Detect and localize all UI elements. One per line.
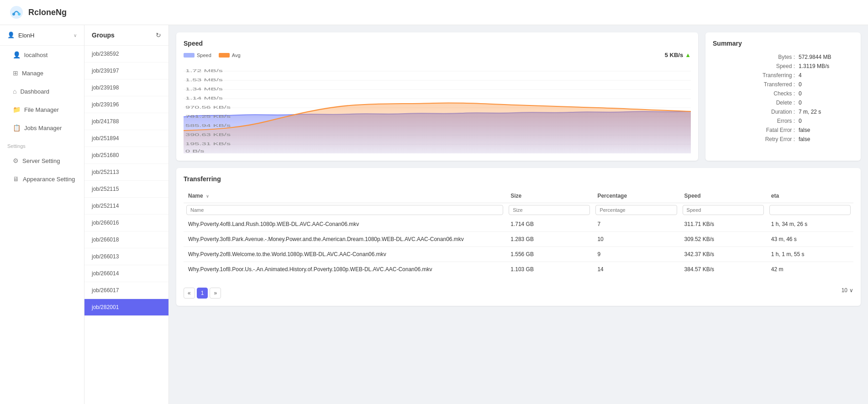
svg-text:970.56 KB/s: 970.56 KB/s — [185, 105, 231, 110]
filter-size-input[interactable] — [509, 205, 590, 215]
group-item[interactable]: job/238592 — [84, 46, 168, 63]
svg-text:390.63 KB/s: 390.63 KB/s — [185, 132, 231, 137]
sidebar-item-localhost[interactable]: 👤 localhost — [0, 46, 84, 64]
avg-area — [184, 103, 691, 153]
group-item[interactable]: job/266016 — [84, 215, 168, 231]
folder-icon: 📁 — [13, 106, 21, 113]
sidebar-item-server-setting[interactable]: ⚙ Server Setting — [0, 152, 84, 170]
cell-name: Why.Poverty.3of8.Park.Avenue.-.Money.Pow… — [184, 232, 506, 247]
summary-value: false — [799, 127, 853, 133]
chart-legend: Speed Avg 5 KB/s ▲ — [184, 52, 691, 58]
settings-section-label: Settings — [0, 137, 84, 152]
prev-page-button[interactable]: « — [184, 288, 195, 299]
filter-eta-cell — [767, 203, 853, 217]
svg-point-2 — [18, 13, 21, 16]
group-item[interactable]: job/251680 — [84, 147, 168, 164]
svg-text:585.94 KB/s: 585.94 KB/s — [185, 123, 231, 128]
group-item[interactable]: job/266018 — [84, 231, 168, 248]
svg-text:781.25 KB/s: 781.25 KB/s — [185, 114, 231, 119]
sidebar-item-label: Jobs Manager — [24, 125, 62, 131]
table-row: Why.Poverty.4of8.Land.Rush.1080p.WEB-DL.… — [184, 217, 853, 232]
summary-label: Transferring : — [763, 72, 795, 79]
group-item[interactable]: job/251894 — [84, 130, 168, 147]
summary-row: Delete :0 — [713, 98, 853, 107]
table-row: Why.Poverty.1of8.Poor.Us.-.An.Animated.H… — [184, 262, 853, 277]
group-item[interactable]: job/239197 — [84, 63, 168, 79]
summary-value: 4 — [799, 72, 853, 79]
summary-row: Transferred :0 — [713, 80, 853, 89]
table-row: Why.Poverty.3of8.Park.Avenue.-.Money.Pow… — [184, 232, 853, 247]
group-item[interactable]: job/252115 — [84, 181, 168, 198]
legend-speed-label: Speed — [197, 52, 211, 58]
summary-row: Errors :0 — [713, 116, 853, 126]
refresh-button[interactable]: ↻ — [156, 31, 161, 39]
summary-value: 0 — [799, 100, 853, 106]
user-icon: 👤 — [7, 31, 15, 39]
col-size-header: Size — [506, 189, 593, 203]
summary-label: Duration : — [771, 109, 795, 115]
sort-icon: ∨ — [206, 194, 209, 199]
filter-speed-cell — [680, 203, 767, 217]
summary-label: Speed : — [776, 63, 795, 69]
group-item[interactable]: job/266013 — [84, 248, 168, 265]
speed-chart-card: Speed Speed Avg 5 KB/s ▲ — [176, 32, 698, 161]
page-1-button[interactable]: 1 — [197, 288, 208, 299]
groups-title: Groups — [92, 31, 115, 39]
table-row: Why.Poverty.2of8.Welcome.to.the.World.10… — [184, 247, 853, 262]
summary-value: 1.3119 MB/s — [799, 63, 853, 69]
filter-speed-input[interactable] — [683, 205, 764, 215]
col-name-header[interactable]: Name ∨ — [184, 189, 506, 203]
filter-eta-input[interactable] — [769, 205, 851, 215]
cell-size: 1.283 GB — [506, 232, 593, 247]
summary-value: 572.9844 MB — [799, 54, 853, 60]
summary-card: Summary Bytes :572.9844 MBSpeed :1.3119 … — [705, 32, 861, 161]
cell-speed: 311.71 KB/s — [680, 217, 767, 232]
group-item[interactable]: job/282001 — [84, 299, 168, 316]
sidebar: 👤 ElonH ∨ 👤 localhost ⊞ Manage ⌂ Dashboa… — [0, 25, 84, 404]
page-size-selector[interactable]: 10 ∨ — [842, 287, 853, 294]
filter-name-input[interactable] — [186, 205, 503, 215]
group-item[interactable]: job/266014 — [84, 265, 168, 282]
summary-label: Bytes : — [778, 54, 795, 60]
sidebar-user[interactable]: 👤 ElonH ∨ — [0, 25, 84, 46]
svg-text:1.14 MB/s: 1.14 MB/s — [185, 96, 223, 100]
cell-percentage: 9 — [593, 247, 679, 262]
cell-eta: 42 m — [767, 262, 853, 277]
summary-row: Transferring :4 — [713, 71, 853, 80]
home-icon: ⌂ — [13, 88, 16, 95]
cell-eta: 43 m, 46 s — [767, 232, 853, 247]
cell-name: Why.Poverty.1of8.Poor.Us.-.An.Animated.H… — [184, 262, 506, 277]
sidebar-item-label: Appearance Setting — [23, 176, 75, 183]
summary-label: Fatal Error : — [766, 127, 795, 133]
summary-value: 7 m, 22 s — [799, 109, 853, 115]
summary-label: Retry Error : — [765, 136, 795, 142]
sidebar-item-dashboard[interactable]: ⌂ Dashboard — [0, 82, 84, 100]
filter-percentage-input[interactable] — [595, 205, 677, 215]
group-item[interactable]: job/252113 — [84, 164, 168, 181]
group-item[interactable]: job/252114 — [84, 198, 168, 215]
group-item[interactable]: job/266017 — [84, 282, 168, 299]
sidebar-item-jobs-manager[interactable]: 📋 Jobs Manager — [0, 119, 84, 137]
group-item[interactable]: job/239196 — [84, 96, 168, 113]
svg-text:1.34 MB/s: 1.34 MB/s — [185, 87, 223, 91]
cell-name: Why.Poverty.4of8.Land.Rush.1080p.WEB-DL.… — [184, 217, 506, 232]
sidebar-item-file-manager[interactable]: 📁 File Manager — [0, 100, 84, 119]
svg-text:1.72 MB/s: 1.72 MB/s — [185, 68, 223, 73]
sidebar-item-appearance-setting[interactable]: 🖥 Appearance Setting — [0, 170, 84, 188]
summary-value: false — [799, 136, 853, 142]
sidebar-username: ElonH — [18, 32, 74, 39]
cell-name: Why.Poverty.2of8.Welcome.to.the.World.10… — [184, 247, 506, 262]
group-item[interactable]: job/239198 — [84, 79, 168, 96]
group-item[interactable]: job/241788 — [84, 113, 168, 130]
sidebar-item-manage[interactable]: ⊞ Manage — [0, 64, 84, 82]
cell-percentage: 10 — [593, 232, 679, 247]
groups-list: job/238592job/239197job/239198job/239196… — [84, 46, 168, 404]
logo-icon — [9, 5, 24, 20]
transferring-tbody: Why.Poverty.4of8.Land.Rush.1080p.WEB-DL.… — [184, 217, 853, 277]
next-page-button[interactable]: » — [210, 288, 221, 299]
current-speed-value: 5 KB/s — [665, 52, 683, 58]
cell-size: 1.714 GB — [506, 217, 593, 232]
summary-rows: Bytes :572.9844 MBSpeed :1.3119 MB/sTran… — [713, 52, 853, 144]
cell-size: 1.103 GB — [506, 262, 593, 277]
sidebar-item-label: File Manager — [24, 106, 59, 113]
